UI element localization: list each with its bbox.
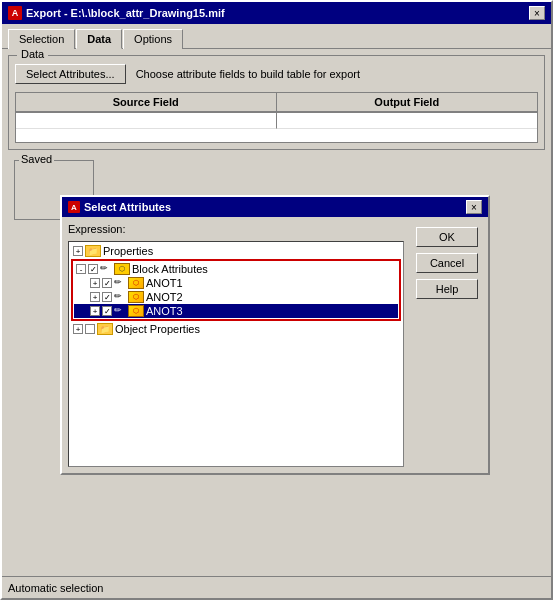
tree-node-anot3[interactable]: + ✓ ✏ ⬡ ANOT3	[74, 304, 398, 318]
dialog-close-button[interactable]: ×	[466, 200, 482, 214]
checkbox-anot1[interactable]: ✓	[102, 278, 112, 288]
saved-label: Saved	[19, 153, 54, 165]
app-icon: A	[8, 6, 22, 20]
tab-options[interactable]: Options	[123, 29, 183, 49]
tree-label-anot1: ANOT1	[146, 277, 183, 289]
attr-icon-anot2: ⬡	[128, 291, 144, 303]
tree-node-anot1[interactable]: + ✓ ✏ ⬡ ANOT1	[74, 276, 398, 290]
output-field-header: Output Field	[277, 93, 538, 112]
table-row	[16, 113, 537, 129]
tree-label-anot3: ANOT3	[146, 305, 183, 317]
expand-block-attrs[interactable]: -	[76, 264, 86, 274]
folder-icon-object-props: 📁	[97, 323, 113, 335]
pencil-icon-anot1: ✏	[114, 277, 126, 289]
expand-anot3[interactable]: +	[90, 306, 100, 316]
pencil-icon-anot3: ✏	[114, 305, 126, 317]
help-button[interactable]: Help	[416, 279, 478, 299]
tree-node-object-props[interactable]: + 📁 Object Properties	[71, 322, 401, 336]
source-cell	[16, 113, 277, 129]
checkbox-anot3[interactable]: ✓	[102, 306, 112, 316]
output-cell	[277, 113, 538, 129]
data-group-label: Data	[17, 48, 48, 60]
dialog-app-icon: A	[68, 201, 80, 213]
tree-node-anot2[interactable]: + ✓ ✏ ⬡ ANOT2	[74, 290, 398, 304]
ok-button[interactable]: OK	[416, 227, 478, 247]
pencil-icon-block-attrs: ✏	[100, 263, 112, 275]
tree-label-block-attrs: Block Attributes	[132, 263, 208, 275]
dialog-buttons: OK Cancel Help	[412, 223, 482, 467]
expression-label: Expression:	[68, 223, 404, 235]
attr-icon-anot3: ⬡	[128, 305, 144, 317]
select-attributes-button[interactable]: Select Attributes...	[15, 64, 126, 84]
dialog-title-bar: A Select Attributes ×	[62, 197, 488, 217]
folder-icon-properties: 📁	[85, 245, 101, 257]
checkbox-object-props[interactable]	[85, 324, 95, 334]
close-button[interactable]: ×	[529, 6, 545, 20]
tab-bar: Selection Data Options	[2, 24, 551, 48]
expand-anot1[interactable]: +	[90, 278, 100, 288]
tree-area: + 📁 Properties - ✓ ✏ ⬡	[68, 241, 404, 467]
tree-label-properties: Properties	[103, 245, 153, 257]
tree-label-object-props: Object Properties	[115, 323, 200, 335]
tree-container: + 📁 Properties - ✓ ✏ ⬡	[71, 244, 401, 336]
expand-object-props[interactable]: +	[73, 324, 83, 334]
block-icon-block-attrs: ⬡	[114, 263, 130, 275]
expand-anot2[interactable]: +	[90, 292, 100, 302]
status-bar: Automatic selection	[2, 576, 551, 598]
source-field-header: Source Field	[16, 93, 277, 112]
pencil-icon-anot2: ✏	[114, 291, 126, 303]
window-title: Export - E:\.\block_attr_Drawing15.mif	[26, 7, 225, 19]
helper-text: Choose attribute fields to build table f…	[136, 68, 360, 80]
main-window: A Export - E:\.\block_attr_Drawing15.mif…	[0, 0, 553, 600]
title-bar: A Export - E:\.\block_attr_Drawing15.mif…	[2, 2, 551, 24]
select-attributes-dialog: A Select Attributes × Expression: + 📁	[60, 195, 490, 475]
tree-node-properties[interactable]: + 📁 Properties	[71, 244, 401, 258]
dialog-title-text: Select Attributes	[84, 201, 171, 213]
dialog-left: Expression: + 📁 Properties	[68, 223, 404, 467]
tab-selection[interactable]: Selection	[8, 29, 75, 49]
status-text: Automatic selection	[8, 582, 103, 594]
table-data-area	[15, 113, 538, 143]
table-header: Source Field Output Field	[15, 92, 538, 113]
checkbox-anot2[interactable]: ✓	[102, 292, 112, 302]
checkbox-block-attrs[interactable]: ✓	[88, 264, 98, 274]
dialog-content: Expression: + 📁 Properties	[62, 217, 488, 473]
cancel-button[interactable]: Cancel	[416, 253, 478, 273]
attr-icon-anot1: ⬡	[128, 277, 144, 289]
tree-label-anot2: ANOT2	[146, 291, 183, 303]
expand-properties[interactable]: +	[73, 246, 83, 256]
content-area: Data Select Attributes... Choose attribu…	[2, 48, 551, 576]
select-attrs-row: Select Attributes... Choose attribute fi…	[15, 64, 538, 84]
tree-node-block-attrs[interactable]: - ✓ ✏ ⬡ Block Attributes	[74, 262, 398, 276]
title-bar-left: A Export - E:\.\block_attr_Drawing15.mif	[8, 6, 225, 20]
tab-data[interactable]: Data	[76, 29, 122, 49]
data-group: Data Select Attributes... Choose attribu…	[8, 55, 545, 150]
dialog-title-left: A Select Attributes	[68, 201, 171, 213]
